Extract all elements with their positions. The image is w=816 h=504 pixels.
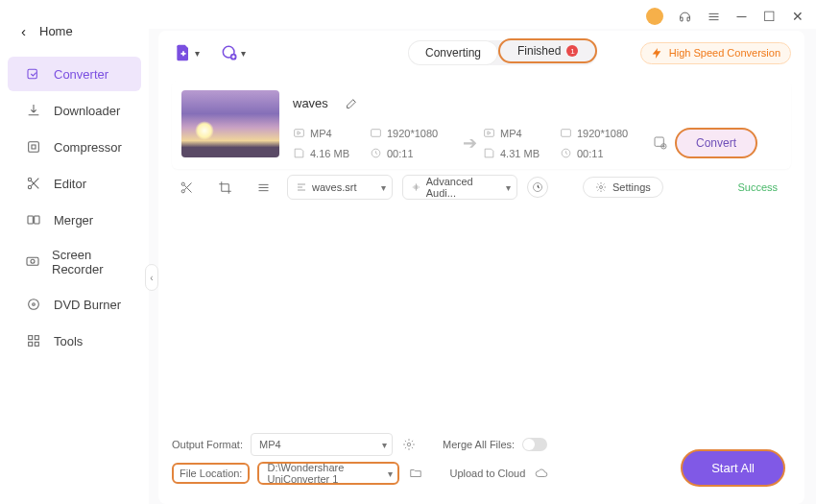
close-button[interactable]: ✕	[790, 10, 804, 24]
svg-point-2	[28, 178, 31, 180]
svg-point-28	[407, 443, 411, 446]
out-size: 4.31 MB	[483, 147, 560, 159]
in-resolution: 1920*1080	[370, 127, 456, 139]
home-button[interactable]: ‹ Home	[0, 15, 149, 55]
sidebar-item-downloader[interactable]: Downloader	[8, 93, 141, 128]
file-status: Success	[737, 181, 791, 193]
sidebar-item-merger[interactable]: Merger	[8, 203, 141, 237]
status-tabs: Converting Finished 1	[408, 40, 597, 65]
file-settings-button[interactable]: Settings	[583, 177, 663, 198]
file-tools-row: waves.srt Advanced Audi... Settings Succ…	[172, 175, 791, 200]
output-settings-icon[interactable]	[646, 135, 675, 151]
merge-label: Merge All Files:	[443, 439, 515, 450]
crop-icon[interactable]	[210, 175, 239, 200]
add-url-button[interactable]: ▾	[218, 41, 247, 64]
sidebar-item-editor[interactable]: Editor	[8, 166, 141, 201]
output-format-label: Output Format:	[172, 439, 243, 450]
chevron-down-icon: ▾	[195, 48, 200, 59]
compressor-icon	[25, 138, 42, 156]
in-format: MP4	[293, 127, 370, 139]
svg-point-25	[181, 189, 184, 192]
user-avatar[interactable]	[646, 8, 663, 25]
svg-rect-20	[655, 137, 663, 146]
audio-select[interactable]: Advanced Audi...	[402, 175, 517, 200]
open-folder-icon[interactable]	[407, 465, 424, 482]
svg-point-8	[29, 300, 39, 310]
in-size: 4.16 MB	[293, 147, 370, 159]
download-icon	[25, 102, 42, 119]
svg-point-3	[28, 185, 31, 188]
tab-converting[interactable]: Converting	[408, 40, 498, 65]
svg-rect-17	[372, 130, 381, 137]
sidebar-item-converter[interactable]: Converter	[8, 57, 141, 91]
hamburger-icon[interactable]	[706, 9, 721, 24]
maximize-button[interactable]: ☐	[762, 10, 777, 24]
scissors-icon	[25, 175, 42, 192]
file-location-select[interactable]: D:\Wondershare UniConverter 1	[257, 462, 399, 485]
minimize-button[interactable]: ─	[734, 10, 749, 24]
chevron-left-icon: ‹	[21, 23, 26, 39]
speed-icon[interactable]	[527, 177, 548, 198]
convert-button[interactable]: Convert	[675, 128, 757, 158]
arrow-icon: ➔	[456, 132, 483, 154]
svg-rect-1	[29, 142, 39, 153]
main-panel: ▾ ▾ Converting Finished 1	[158, 31, 804, 504]
effects-icon[interactable]	[249, 175, 277, 200]
upload-cloud-label: Upload to Cloud	[449, 468, 525, 479]
trim-icon[interactable]	[172, 175, 201, 200]
disc-icon	[25, 296, 42, 313]
svg-rect-10	[29, 336, 33, 340]
out-resolution: 1920*1080	[560, 127, 646, 139]
svg-rect-5	[35, 216, 39, 224]
svg-rect-4	[28, 216, 33, 224]
out-duration: 00:11	[560, 147, 646, 159]
svg-rect-16	[295, 130, 304, 137]
collapse-sidebar-handle[interactable]: ‹	[145, 264, 158, 291]
start-all-button[interactable]: Start All	[681, 449, 785, 487]
titlebar: ─ ☐ ✕	[149, 0, 816, 29]
finished-count-badge: 1	[566, 45, 578, 57]
home-label: Home	[39, 24, 73, 38]
sidebar-item-screen-recorder[interactable]: Screen Recorder	[8, 239, 141, 285]
svg-point-24	[181, 182, 184, 185]
svg-point-7	[31, 259, 35, 263]
svg-rect-13	[35, 342, 38, 346]
converter-icon	[25, 65, 42, 83]
sidebar-item-compressor[interactable]: Compressor	[8, 130, 141, 164]
merger-icon	[25, 211, 42, 228]
recorder-icon	[25, 253, 40, 271]
file-card: waves MP4 1920*1080 ➔ MP4 1920*1080 Conv…	[172, 81, 791, 169]
merge-toggle[interactable]	[522, 438, 547, 451]
video-thumbnail[interactable]	[181, 90, 279, 157]
high-speed-badge[interactable]: High Speed Conversion	[640, 42, 791, 64]
svg-rect-19	[562, 130, 571, 137]
svg-point-27	[600, 186, 603, 189]
file-location-label: File Location:	[172, 463, 250, 484]
svg-rect-12	[29, 342, 33, 346]
chevron-down-icon: ▾	[241, 48, 246, 59]
file-name: waves	[293, 96, 328, 110]
svg-rect-6	[27, 257, 38, 265]
output-format-select[interactable]: MP4	[251, 433, 393, 456]
in-duration: 00:11	[370, 147, 456, 159]
add-file-button[interactable]: ▾	[172, 41, 201, 64]
sidebar-item-dvd-burner[interactable]: DVD Burner	[8, 287, 141, 322]
out-format: MP4	[483, 127, 560, 139]
grid-icon	[25, 332, 42, 349]
sidebar: ‹ Home Converter Downloader Compressor E…	[0, 0, 149, 504]
svg-rect-11	[35, 336, 38, 340]
sidebar-item-tools[interactable]: Tools	[8, 324, 141, 358]
svg-point-9	[33, 303, 36, 306]
edit-name-icon[interactable]	[338, 90, 367, 115]
output-settings-gear-icon[interactable]	[400, 436, 418, 453]
headset-icon[interactable]	[677, 9, 692, 24]
cloud-icon[interactable]	[533, 465, 550, 482]
tab-finished[interactable]: Finished 1	[498, 38, 597, 63]
svg-rect-18	[485, 130, 494, 137]
subtitle-select[interactable]: waves.srt	[287, 175, 393, 200]
bottom-bar: Output Format: MP4 Merge All Files: File…	[158, 425, 804, 504]
